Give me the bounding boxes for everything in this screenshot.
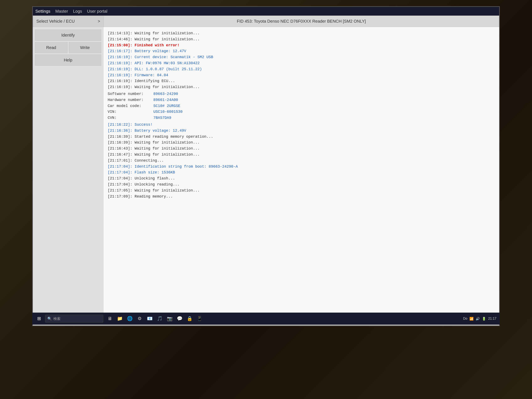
log-line: [21:15:00]: Finished with error! — [108, 42, 495, 48]
sidebar: Identify Read Write Help — [33, 27, 103, 316]
log-line: [21:16:36]: Battery voltage: 12.49V — [108, 128, 495, 134]
info-label: Car model code: — [108, 103, 153, 109]
select-vehicle-button[interactable]: Select Vehicle / ECU > — [33, 16, 103, 27]
info-value: USC10-6001530 — [153, 109, 183, 115]
app-area: Select Vehicle / ECU > FID 453: Toyota D… — [33, 16, 499, 325]
log-line: [21:16:39]: Waiting for initialization..… — [108, 140, 495, 146]
taskbar-icon-4[interactable]: ⚙ — [135, 314, 145, 323]
select-vehicle-arrow: > — [98, 19, 100, 24]
taskbar-icon-5[interactable]: 📧 — [145, 314, 154, 323]
top-bar: Select Vehicle / ECU > FID 453: Toyota D… — [33, 16, 499, 27]
taskbar-tray: Do 📶 🔊 🔋 21:17 — [463, 317, 498, 321]
log-line: [21:17:04]: Unlocking flash... — [108, 175, 495, 181]
log-line: [21:16:19]: Firmware: 04.04 — [108, 72, 495, 78]
info-value: 89661-24A00 — [153, 97, 178, 103]
log-line: [21:16:47]: Waiting for initialization..… — [108, 152, 495, 158]
tray-clock: 21:17 — [488, 317, 496, 320]
screen: Settings Master Logs User portal Select … — [32, 6, 500, 326]
info-label: VIN: — [108, 109, 153, 115]
taskbar-icon-8[interactable]: 💬 — [175, 314, 184, 323]
info-row: CVN:7BA57DA9 — [108, 115, 495, 121]
log-line: [21:16:19]: Identifying ECU... — [108, 78, 495, 84]
tray-battery-icon: 🔋 — [482, 317, 486, 321]
read-button[interactable]: Read — [35, 42, 68, 53]
log-line: [21:16:19]: Waiting for initialization..… — [108, 84, 495, 90]
taskbar-search[interactable]: 🔍 検索 — [45, 315, 103, 323]
start-button[interactable]: ⊞ — [34, 314, 44, 323]
main-content: Identify Read Write Help [21:14:13]: Wai… — [33, 27, 499, 316]
log-area: [21:14:13]: Waiting for initialization..… — [103, 27, 499, 316]
info-value: 7BA57DA9 — [153, 115, 171, 121]
select-vehicle-label: Select Vehicle / ECU — [36, 19, 75, 24]
log-line: [21:14:46]: Waiting for initialization..… — [108, 36, 495, 42]
log-line: [21:17:04]: Flash size: 1536KB — [108, 169, 495, 175]
info-row: Hardware number:89661-24A00 — [108, 97, 495, 103]
log-line: [21:16:43]: Waiting for initialization..… — [108, 146, 495, 152]
menu-bar: Settings Master Logs User portal — [33, 7, 499, 16]
log-line: [21:16:22]: Success! — [108, 122, 495, 128]
menu-logs[interactable]: Logs — [73, 9, 82, 14]
log-line: [21:17:05]: Waiting for initialization..… — [108, 187, 495, 193]
taskbar-icon-9[interactable]: 🔒 — [185, 314, 194, 323]
taskbar-icon-10[interactable]: 📱 — [195, 314, 204, 323]
search-placeholder: 検索 — [53, 316, 60, 321]
log-line: [21:14:13]: Waiting for initialization..… — [108, 30, 495, 36]
info-value: SC10# 2URGSE — [153, 103, 180, 109]
taskbar-icon-7[interactable]: 📷 — [165, 314, 174, 323]
log-line: [21:17:04]: Identification string from b… — [108, 164, 495, 170]
taskbar-icon-6[interactable]: 🎵 — [155, 314, 164, 323]
info-table: Software number:89663-24290Hardware numb… — [108, 91, 495, 121]
log-line: [21:17:09]: Reading memory... — [108, 193, 495, 200]
tray-text: Do — [463, 317, 467, 320]
log-line: [21:16:19]: DLL: 1.0.0.87 (built 25.11.2… — [108, 66, 495, 72]
log-line: [21:16:19]: API: FW:0976 HW:03 SN:A13042… — [108, 60, 495, 66]
log-line: [21:16:19]: Current device: Scanmatik - … — [108, 54, 495, 60]
info-row: Car model code:SC10# 2URGSE — [108, 103, 495, 109]
tray-wifi-icon: 📶 — [469, 317, 474, 321]
info-label: Software number: — [108, 91, 153, 97]
taskbar-icon-3[interactable]: 🌐 — [125, 314, 134, 323]
taskbar-icon-1[interactable]: 🖥 — [105, 314, 114, 323]
log-line: [21:16:17]: Battery voltage: 12.47V — [108, 48, 495, 54]
log-line: [21:17:01]: Connecting... — [108, 158, 495, 164]
write-button[interactable]: Write — [69, 42, 101, 53]
read-write-row: Read Write — [35, 42, 101, 53]
log-line: [21:16:39]: Started reading memory opera… — [108, 134, 495, 140]
tray-sound-icon: 🔊 — [476, 317, 480, 321]
identify-button[interactable]: Identify — [35, 30, 101, 41]
info-row: VIN:USC10-6001530 — [108, 109, 495, 115]
menu-master[interactable]: Master — [55, 9, 68, 14]
ecu-title-text: FID 453: Toyota Denso NEC D76F0XXX Reade… — [237, 19, 366, 24]
taskbar: ⊞ 🔍 検索 🖥 📁 🌐 ⚙ 📧 🎵 📷 💬 🔒 📱 Do 📶 🔊 🔋 21:1… — [32, 313, 500, 325]
taskbar-icons: 🖥 📁 🌐 ⚙ 📧 🎵 📷 💬 🔒 📱 — [105, 314, 204, 323]
help-button[interactable]: Help — [35, 54, 101, 66]
menu-settings[interactable]: Settings — [35, 9, 50, 14]
log-line: [21:17:04]: Unlocking reading... — [108, 181, 495, 187]
ecu-title-bar: FID 453: Toyota Denso NEC D76F0XXX Reade… — [103, 16, 499, 27]
info-label: CVN: — [108, 115, 153, 121]
info-label: Hardware number: — [108, 97, 153, 103]
menu-user-portal[interactable]: User portal — [87, 9, 108, 14]
info-value: 89663-24290 — [153, 91, 178, 97]
taskbar-icon-2[interactable]: 📁 — [115, 314, 125, 323]
search-icon: 🔍 — [47, 317, 52, 321]
info-row: Software number:89663-24290 — [108, 91, 495, 97]
